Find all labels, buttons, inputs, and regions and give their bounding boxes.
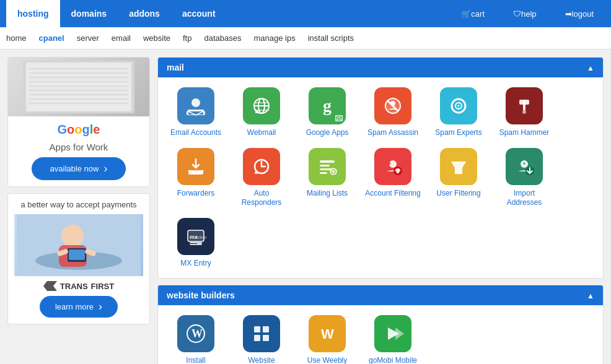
subnav-databases[interactable]: databases (204, 27, 241, 50)
wb-icon-wordpress[interactable]: W Install WordPress (168, 315, 224, 364)
subnav-cpanel[interactable]: cpanel (39, 27, 64, 50)
svg-rect-71 (263, 335, 269, 341)
webmail-icon (243, 87, 280, 124)
transfirst-image (14, 214, 143, 276)
book-image (8, 58, 149, 116)
nav-right-items: 🛒 cart 🛡 help ➡ logout (450, 0, 605, 27)
transfirst-person-svg (17, 214, 141, 276)
auto-responders-label: Auto Responders (234, 189, 289, 208)
mail-icon-webmail[interactable]: Webmail (234, 87, 289, 138)
mail-icon-user-filtering[interactable]: User Filtering (431, 148, 486, 208)
nav-cart[interactable]: 🛒 cart (450, 0, 496, 27)
gomobi-icon (374, 315, 411, 352)
svg-point-33 (390, 101, 395, 106)
svg-rect-48 (320, 172, 327, 174)
wb-icon-gomobi[interactable]: goMobi Mobile (365, 315, 421, 364)
transfirst-logo-text: TRANS (60, 282, 88, 291)
subnav-ftp[interactable]: ftp (183, 27, 191, 50)
svg-rect-38 (519, 100, 529, 105)
svg-rect-29 (255, 111, 258, 113)
svg-text:editor: editor (196, 235, 207, 240)
nav-domains[interactable]: domains (60, 0, 118, 27)
google-apps-icon: g (309, 87, 346, 124)
nav-addons[interactable]: addons (118, 0, 171, 27)
mail-icon-mx-entry[interactable]: mx editor MX Entry (168, 218, 224, 269)
subnav-install-scripts[interactable]: install scripts (308, 27, 354, 50)
svg-point-36 (458, 105, 460, 107)
nav-account[interactable]: account (171, 0, 227, 27)
mail-collapse-icon[interactable] (587, 63, 594, 72)
svg-rect-21 (188, 110, 204, 111)
wordpress-icon: W (177, 315, 214, 352)
mx-entry-label: MX Entry (180, 259, 211, 269)
cart-icon: 🛒 (461, 9, 471, 19)
nav-logout[interactable]: ➡ logout (554, 0, 605, 27)
mail-section-header: mail (158, 58, 603, 77)
wb-icon-weebly[interactable]: W Use Weebly (299, 315, 355, 364)
account-filtering-label: Account Filtering (365, 189, 420, 199)
weebly-icon: W (309, 315, 346, 352)
main-content: Google Apps for Work available now › a b… (0, 50, 611, 364)
svg-marker-19 (43, 281, 57, 291)
mail-icon-mailing-lists[interactable]: Mailing Lists (299, 148, 355, 208)
wb-icon-website-manager[interactable]: Website Manager (234, 315, 289, 364)
email-accounts-icon (177, 87, 214, 124)
website-builders-header: website builders (158, 285, 603, 305)
svg-point-13 (61, 225, 84, 247)
subnav-server[interactable]: server (77, 27, 99, 50)
mail-icon-spam-assassin[interactable]: Spam Assassin (365, 87, 421, 138)
user-filtering-label: User Filtering (436, 189, 480, 199)
mail-icon-auto-responders[interactable]: Auto Responders (234, 148, 289, 208)
learn-more-button[interactable]: learn more › (40, 296, 118, 318)
svg-rect-68 (254, 326, 260, 332)
book-svg (17, 58, 141, 116)
google-brand-text: Google (58, 123, 100, 137)
svg-rect-46 (320, 165, 330, 167)
transfirst-card: a better way to accept payments (7, 193, 150, 324)
google-apps-label: Apps for Work (50, 142, 108, 152)
subnav-home[interactable]: home (6, 27, 27, 50)
mail-section: mail Email Accounts (157, 57, 604, 279)
learn-more-arrow-icon: › (99, 300, 102, 313)
forwarders-label: Forwarders (177, 189, 215, 199)
mail-icon-import-addresses[interactable]: Import Addresses (496, 148, 552, 208)
user-filtering-icon (440, 148, 477, 185)
subnav-website[interactable]: website (143, 27, 170, 50)
svg-rect-45 (320, 160, 335, 163)
forwarders-icon (177, 148, 214, 185)
svg-marker-57 (451, 162, 466, 174)
mail-icon-account-filtering[interactable]: Account Filtering (365, 148, 421, 208)
mailing-lists-label: Mailing Lists (307, 189, 348, 199)
mail-icon-spam-experts[interactable]: Spam Experts (431, 87, 486, 138)
transfirst-header-text: a better way to accept payments (14, 200, 143, 209)
nav-left-items: hosting domains addons account (6, 0, 227, 27)
svg-rect-69 (263, 326, 269, 332)
webmail-label: Webmail (247, 128, 276, 138)
sub-navigation: home cpanel server email website ftp dat… (0, 27, 611, 50)
mail-icon-spam-hammer[interactable]: Spam Hammer (496, 87, 552, 138)
google-available-button[interactable]: available now › (32, 157, 126, 180)
mail-icon-forwarders[interactable]: Forwarders (168, 148, 224, 208)
svg-text:W: W (321, 326, 334, 342)
mail-icon-email-accounts[interactable]: Email Accounts (168, 87, 224, 138)
nav-hosting[interactable]: hosting (6, 0, 60, 27)
website-builders-collapse-icon[interactable] (587, 290, 594, 300)
spam-experts-label: Spam Experts (435, 128, 481, 138)
book-background (8, 58, 149, 116)
nav-help[interactable]: 🛡 help (502, 0, 548, 27)
wordpress-label: Install WordPress (168, 356, 224, 364)
subnav-manage-ips[interactable]: manage ips (253, 27, 295, 50)
svg-text:W: W (191, 327, 203, 340)
auto-responders-icon (243, 148, 280, 185)
spam-experts-icon (440, 87, 477, 124)
mail-section-body: Email Accounts Webmail (158, 77, 603, 278)
logout-icon: ➡ (565, 9, 572, 19)
svg-point-59 (524, 162, 525, 164)
svg-rect-16 (69, 249, 85, 260)
subnav-email[interactable]: email (112, 27, 131, 50)
svg-rect-1 (26, 63, 131, 111)
mail-icon-google-apps[interactable]: g Google Apps (299, 87, 355, 138)
svg-rect-70 (254, 335, 260, 341)
transfirst-logo: TRANSFIRST (14, 281, 143, 291)
website-manager-label: Website Manager (234, 356, 289, 364)
